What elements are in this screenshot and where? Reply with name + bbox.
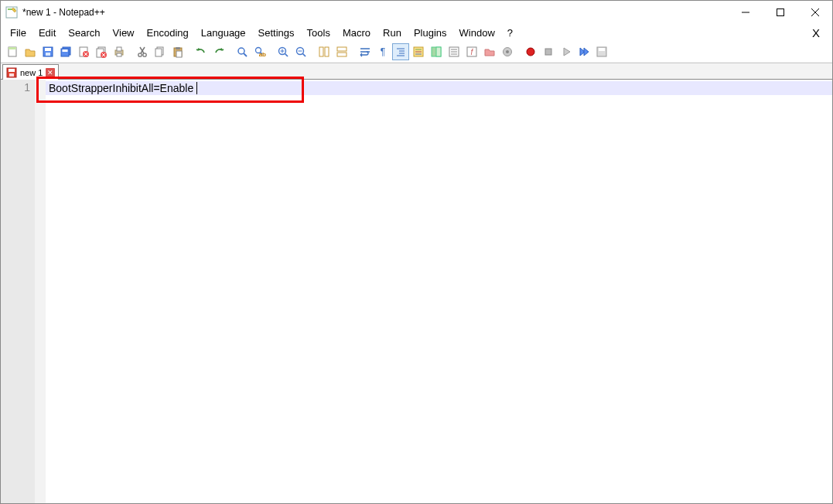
svg-rect-73: [545, 49, 551, 55]
svg-line-45: [303, 53, 306, 56]
close-file-button[interactable]: [75, 43, 92, 60]
svg-rect-47: [319, 47, 323, 56]
svg-rect-25: [117, 53, 121, 56]
menu-macro[interactable]: Macro: [336, 26, 377, 40]
close-button[interactable]: [797, 1, 832, 24]
indent-guide-button[interactable]: [392, 43, 409, 60]
editor-area: 1 BootStrapperInhibitAll=Enable: [1, 80, 832, 504]
save-macro-button[interactable]: [593, 43, 610, 60]
menu-window[interactable]: Window: [453, 26, 501, 40]
open-file-button[interactable]: [22, 43, 39, 60]
word-wrap-button[interactable]: [357, 43, 374, 60]
menu-edit[interactable]: Edit: [32, 26, 62, 40]
doc-map-button[interactable]: [428, 43, 445, 60]
code-area[interactable]: BootStrapperInhibitAll=Enable: [46, 80, 832, 504]
tab-close-icon[interactable]: ✕: [46, 68, 55, 77]
svg-rect-31: [155, 49, 162, 56]
svg-rect-9: [45, 48, 51, 51]
svg-rect-75: [599, 48, 605, 51]
menu-tools[interactable]: Tools: [301, 26, 336, 40]
caret: [196, 82, 197, 94]
play-macro-button[interactable]: [558, 43, 575, 60]
svg-line-41: [285, 53, 288, 56]
svg-point-71: [506, 50, 509, 53]
svg-point-29: [143, 53, 146, 56]
doc-list-button[interactable]: [446, 43, 463, 60]
svg-rect-24: [117, 47, 121, 51]
svg-rect-7: [9, 47, 16, 49]
menu-file[interactable]: File: [4, 26, 32, 40]
menu-run[interactable]: Run: [377, 26, 408, 40]
svg-rect-49: [337, 47, 347, 51]
zoom-in-button[interactable]: [275, 43, 292, 60]
toolbar: ab ¶ f: [1, 41, 832, 63]
line-number: 1: [1, 81, 30, 94]
undo-button[interactable]: [193, 43, 210, 60]
maximize-button[interactable]: [763, 1, 797, 24]
sync-hscroll-button[interactable]: [333, 43, 350, 60]
menu-search[interactable]: Search: [62, 26, 106, 40]
all-chars-button[interactable]: ¶: [374, 43, 391, 60]
line-text: BootStrapperInhibitAll=Enable: [46, 82, 193, 94]
replace-button[interactable]: ab: [251, 43, 268, 60]
code-line[interactable]: BootStrapperInhibitAll=Enable: [46, 81, 832, 95]
svg-line-36: [244, 53, 247, 56]
svg-rect-13: [63, 49, 68, 52]
document-tab[interactable]: new 1 ✕: [2, 64, 59, 80]
line-gutter: 1: [1, 80, 35, 504]
svg-rect-77: [9, 69, 15, 72]
fold-margin: [35, 80, 46, 504]
svg-rect-50: [337, 53, 347, 56]
udl-button[interactable]: [410, 43, 427, 60]
menu-encoding[interactable]: Encoding: [141, 26, 195, 40]
tabbar: new 1 ✕: [1, 63, 832, 80]
menubar: File Edit Search View Encoding Language …: [1, 24, 832, 41]
cut-button[interactable]: [134, 43, 151, 60]
minimize-button[interactable]: [728, 1, 763, 24]
svg-rect-10: [46, 53, 50, 56]
stop-macro-button[interactable]: [540, 43, 557, 60]
record-macro-button[interactable]: [522, 43, 539, 60]
app-icon: [5, 6, 18, 19]
print-button[interactable]: [111, 43, 128, 60]
overflow-x-button[interactable]: X: [803, 26, 829, 39]
tab-label: new 1: [20, 68, 43, 77]
copy-button[interactable]: [152, 43, 169, 60]
svg-point-35: [238, 48, 244, 54]
redo-button[interactable]: [210, 43, 227, 60]
svg-rect-63: [436, 47, 441, 56]
svg-rect-34: [176, 51, 182, 57]
find-button[interactable]: [234, 43, 251, 60]
svg-text:¶: ¶: [381, 46, 385, 57]
svg-text:ab: ab: [259, 51, 266, 58]
svg-point-72: [527, 48, 534, 56]
menu-plugins[interactable]: Plugins: [408, 26, 453, 40]
save-all-button[interactable]: [57, 43, 74, 60]
monitor-button[interactable]: [499, 43, 516, 60]
svg-rect-33: [176, 47, 180, 49]
menu-language[interactable]: Language: [195, 26, 252, 40]
close-all-button[interactable]: [93, 43, 110, 60]
sync-vscroll-button[interactable]: [316, 43, 333, 60]
menu-help[interactable]: ?: [501, 26, 519, 40]
window-title: *new 1 - Notepad++: [22, 7, 105, 18]
paste-button[interactable]: [169, 43, 186, 60]
folder-workspace-button[interactable]: [481, 43, 498, 60]
menu-settings[interactable]: Settings: [252, 26, 301, 40]
play-multi-button[interactable]: [575, 43, 592, 60]
zoom-out-button[interactable]: [292, 43, 309, 60]
svg-rect-78: [9, 73, 14, 77]
tab-save-icon: [6, 67, 17, 78]
svg-rect-48: [325, 47, 329, 56]
svg-point-28: [138, 53, 142, 56]
svg-rect-3: [777, 9, 783, 16]
save-button[interactable]: [39, 43, 56, 60]
menu-view[interactable]: View: [107, 26, 141, 40]
new-file-button[interactable]: [4, 43, 21, 60]
function-list-button[interactable]: f: [463, 43, 480, 60]
titlebar: *new 1 - Notepad++: [1, 1, 832, 24]
